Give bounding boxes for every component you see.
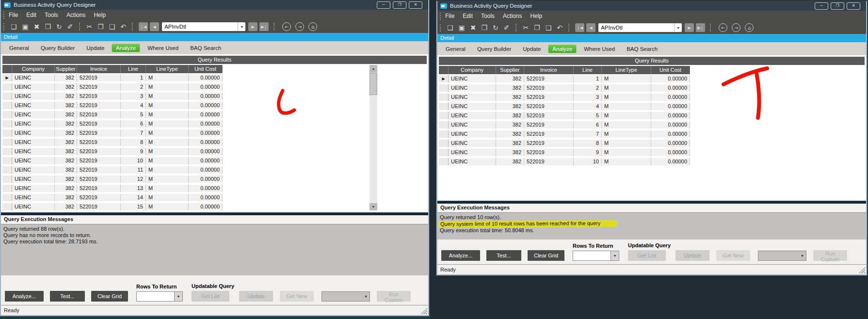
linetype-cell[interactable]: M: [602, 121, 651, 128]
invoice-cell[interactable]: 522019: [77, 185, 121, 192]
query-name-combobox[interactable]: APInvDtl ▼: [598, 23, 682, 32]
resize-grip[interactable]: [859, 267, 865, 273]
chevron-down-icon[interactable]: ▼: [674, 23, 682, 32]
grid-row[interactable]: ▶ UEINC 382 522019 1 M 0.00000: [2, 74, 223, 81]
linetype-cell[interactable]: M: [602, 149, 651, 156]
row-selector-cell[interactable]: [2, 175, 12, 183]
column-header[interactable]: Unit Cost: [651, 66, 690, 74]
column-header[interactable]: Unit Cost: [189, 65, 223, 73]
row-selector-cell[interactable]: [2, 166, 12, 174]
chevron-down-icon[interactable]: ▼: [611, 251, 619, 260]
toolbar-icon[interactable]: ❐: [534, 24, 540, 31]
linetype-cell[interactable]: M: [602, 130, 651, 138]
menu-item[interactable]: Edit: [463, 13, 473, 19]
toolbar-icon[interactable]: ↻: [493, 24, 498, 31]
unitcost-cell[interactable]: 0.00000: [651, 112, 690, 119]
grid-row[interactable]: UEINC 382 522019 5 M 0.00000: [439, 112, 690, 119]
line-cell[interactable]: 9: [574, 149, 602, 156]
grid-row[interactable]: UEINC 382 522019 8 M 0.00000: [2, 139, 223, 146]
supplier-cell[interactable]: 382: [496, 130, 524, 138]
menu-item[interactable]: Actions: [66, 12, 85, 18]
invoice-cell[interactable]: 522019: [524, 103, 574, 110]
minimize-icon[interactable]: ─: [815, 2, 828, 10]
unitcost-cell[interactable]: 0.00000: [651, 149, 690, 156]
row-selector-cell[interactable]: [2, 185, 12, 192]
company-cell[interactable]: UEINC: [12, 83, 55, 91]
company-cell[interactable]: UEINC: [449, 112, 496, 119]
unitcost-cell[interactable]: 0.00000: [189, 157, 223, 164]
invoice-cell[interactable]: 522019: [524, 121, 574, 128]
unitcost-cell[interactable]: 0.00000: [651, 84, 690, 92]
menu-item[interactable]: Edit: [26, 12, 36, 18]
linetype-cell[interactable]: M: [602, 112, 651, 119]
line-cell[interactable]: 5: [574, 112, 602, 119]
line-cell[interactable]: 2: [121, 83, 146, 91]
line-cell[interactable]: 14: [121, 194, 146, 201]
minimize-icon[interactable]: ─: [377, 1, 390, 9]
invoice-cell[interactable]: 522019: [524, 94, 574, 101]
column-header[interactable]: Company: [12, 65, 55, 73]
unitcost-cell[interactable]: 0.00000: [189, 93, 223, 100]
unitcost-cell[interactable]: 0.00000: [189, 166, 223, 174]
menu-item[interactable]: Help: [530, 13, 542, 19]
supplier-cell[interactable]: 382: [55, 93, 77, 100]
unitcost-cell[interactable]: 0.00000: [189, 129, 223, 137]
column-header[interactable]: LineType: [602, 66, 651, 74]
row-selector-cell[interactable]: [439, 130, 449, 138]
get-list-button[interactable]: Get List: [192, 291, 229, 302]
unitcost-cell[interactable]: 0.00000: [189, 102, 223, 109]
line-cell[interactable]: 3: [574, 94, 602, 101]
circle-icon[interactable]: →: [295, 22, 304, 31]
supplier-cell[interactable]: 382: [55, 83, 77, 91]
rows-to-return-select[interactable]: ▼: [573, 251, 619, 261]
linetype-cell[interactable]: M: [146, 175, 189, 183]
row-selector-cell[interactable]: ▶: [2, 74, 12, 81]
nav-first-icon[interactable]: ❘◀: [575, 23, 584, 32]
supplier-cell[interactable]: 382: [496, 140, 524, 147]
run-custom-button[interactable]: Run Custom: [377, 291, 411, 302]
nav-previous-icon[interactable]: ◀: [586, 23, 595, 32]
unitcost-cell[interactable]: 0.00000: [189, 185, 223, 192]
supplier-cell[interactable]: 382: [55, 139, 77, 146]
run-custom-button[interactable]: Run Custom: [813, 250, 847, 261]
unitcost-cell[interactable]: 0.00000: [189, 83, 223, 91]
toolbar-icon[interactable]: ▣: [22, 23, 29, 30]
analyze-button[interactable]: Analyze...: [441, 250, 480, 261]
row-selector-cell[interactable]: [2, 139, 12, 146]
linetype-cell[interactable]: M: [146, 93, 189, 100]
scroll-down-icon[interactable]: ▼: [370, 203, 377, 210]
row-selector-cell[interactable]: [2, 102, 12, 109]
line-cell[interactable]: 11: [121, 166, 146, 174]
company-cell[interactable]: UEINC: [449, 94, 496, 101]
toolbar-icon[interactable]: ✐: [67, 23, 73, 30]
company-cell[interactable]: UEINC: [449, 75, 496, 82]
company-cell[interactable]: UEINC: [12, 93, 55, 100]
line-cell[interactable]: 6: [121, 120, 146, 128]
row-selector-cell[interactable]: [439, 158, 449, 165]
company-cell[interactable]: UEINC: [449, 130, 496, 138]
line-cell[interactable]: 3: [121, 93, 146, 100]
invoice-cell[interactable]: 522019: [524, 84, 574, 92]
invoice-cell[interactable]: 522019: [77, 83, 121, 91]
supplier-cell[interactable]: 382: [496, 94, 524, 101]
row-selector-cell[interactable]: [439, 140, 449, 147]
line-cell[interactable]: 1: [574, 75, 602, 82]
line-cell[interactable]: 4: [574, 103, 602, 110]
grid-row[interactable]: UEINC 382 522019 4 M 0.00000: [2, 102, 223, 109]
column-header[interactable]: Supplier: [496, 66, 524, 74]
company-cell[interactable]: UEINC: [449, 140, 496, 147]
company-cell[interactable]: UEINC: [12, 129, 55, 137]
company-cell[interactable]: UEINC: [12, 185, 55, 192]
supplier-cell[interactable]: 382: [55, 102, 77, 109]
supplier-cell[interactable]: 382: [55, 166, 77, 174]
invoice-cell[interactable]: 522019: [524, 140, 574, 147]
grid-row[interactable]: UEINC 382 522019 3 M 0.00000: [2, 93, 223, 100]
unitcost-cell[interactable]: 0.00000: [189, 120, 223, 128]
menu-item[interactable]: Actions: [503, 13, 522, 19]
tab[interactable]: Analyze: [548, 45, 577, 53]
linetype-cell[interactable]: M: [602, 103, 651, 110]
toolbar-icon[interactable]: ↶: [120, 23, 126, 30]
supplier-cell[interactable]: 382: [55, 120, 77, 128]
line-cell[interactable]: 8: [121, 139, 146, 146]
grid-row[interactable]: UEINC 382 522019 13 M 0.00000: [2, 185, 223, 192]
